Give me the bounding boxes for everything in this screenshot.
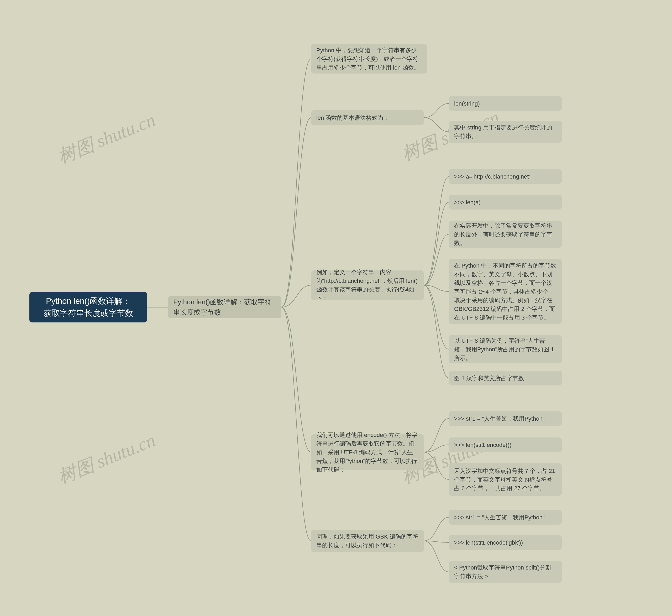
branch-2-child-2[interactable]: 在实际开发中，除了常常要获取字符串的长度外，有时还要获取字符串的字节数。 [449,220,562,248]
branch-2-text: 例如，定义一个字符串，内容为"http://c.biancheng.net"，然… [316,268,419,302]
branch-2-child-3[interactable]: 在 Python 中，不同的字符所占的字节数不同，数字、英文字母、小数点、下划线… [449,259,562,324]
branch-3-child-0[interactable]: >>> str1 = "人生苦短，我用Python" [449,411,562,426]
branch-2-child-4[interactable]: 以 UTF-8 编码为例，字符串"人生苦短，我用Python"所占用的字节数如图… [449,335,562,364]
branch-4-child-2-text: < Python截取字符串Python split()分割字符串方法 > [454,563,557,581]
branch-1-text: len 函数的基本语法格式为： [316,113,389,122]
branch-3-child-1[interactable]: >>> len(str1.encode()) [449,438,562,452]
branch-1-child-1-text: 其中 string 用于指定要进行长度统计的字符串。 [454,123,557,140]
level1-text: Python len()函数详解：获取字符串长度或字节数 [173,297,276,318]
branch-0[interactable]: Python 中，要想知道一个字符串有多少个字符(获得字符串长度)，或者一个字符… [311,44,427,73]
branch-2-child-5-text: 图 1 汉字和英文所占字节数 [454,374,524,383]
branch-2-child-5[interactable]: 图 1 汉字和英文所占字节数 [449,371,562,386]
branch-3[interactable]: 我们可以通过使用 encode() 方法，将字符串进行编码后再获取它的字节数。例… [311,434,424,470]
branch-4-child-1[interactable]: >>> len(str1.encode('gbk')) [449,535,562,550]
branch-4-child-1-text: >>> len(str1.encode('gbk')) [454,538,523,547]
watermark: 树图 shutu.cn [54,428,159,490]
branch-4-text: 同理，如果要获取采用 GBK 编码的字符串的长度，可以执行如下代码： [316,532,419,550]
branch-2[interactable]: 例如，定义一个字符串，内容为"http://c.biancheng.net"，然… [311,270,424,300]
branch-2-child-2-text: 在实际开发中，除了常常要获取字符串的长度外，有时还要获取字符串的字节数。 [454,221,557,247]
watermark: 树图 shutu.cn [54,108,159,169]
branch-4[interactable]: 同理，如果要获取采用 GBK 编码的字符串的长度，可以执行如下代码： [311,530,424,552]
branch-2-child-1-text: >>> len(a) [454,198,481,207]
branch-2-child-4-text: 以 UTF-8 编码为例，字符串"人生苦短，我用Python"所占用的字节数如图… [454,337,557,362]
branch-3-text: 我们可以通过使用 encode() 方法，将字符串进行编码后再获取它的字节数。例… [316,431,419,474]
branch-3-child-2[interactable]: 因为汉字加中文标点符号共 7 个，占 21 个字节，而英文字母和英文的标点符号占… [449,463,562,496]
branch-4-child-0-text: >>> str1 = "人生苦短，我用Python" [454,513,545,522]
branch-3-child-0-text: >>> str1 = "人生苦短，我用Python" [454,414,545,423]
root-line2: 获取字符串长度或字节数 [44,307,133,320]
root-line1: Python len()函数详解： [46,295,130,307]
branch-2-child-1[interactable]: >>> len(a) [449,195,562,209]
branch-1-child-1[interactable]: 其中 string 用于指定要进行长度统计的字符串。 [449,121,562,143]
branch-3-child-1-text: >>> len(str1.encode()) [454,441,511,449]
root-node[interactable]: Python len()函数详解： 获取字符串长度或字节数 [29,292,147,323]
branch-1-child-0[interactable]: len(string) [449,96,562,111]
mindmap-canvas: 树图 shutu.cn 树图 shutu.cn 树图 shutu.cn 树图 s… [0,0,672,616]
branch-0-text: Python 中，要想知道一个字符串有多少个字符(获得字符串长度)，或者一个字符… [316,46,422,72]
level1-node[interactable]: Python len()函数详解：获取字符串长度或字节数 [168,296,281,318]
branch-2-child-0-text: >>> a='http://c.biancheng.net' [454,172,530,181]
branch-4-child-0[interactable]: >>> str1 = "人生苦短，我用Python" [449,510,562,525]
branch-3-child-2-text: 因为汉字加中文标点符号共 7 个，占 21 个字节，而英文字母和英文的标点符号占… [454,467,557,493]
branch-4-child-2[interactable]: < Python截取字符串Python split()分割字符串方法 > [449,561,562,583]
branch-1[interactable]: len 函数的基本语法格式为： [311,110,424,125]
branch-2-child-3-text: 在 Python 中，不同的字符所占的字节数不同，数字、英文字母、小数点、下划线… [454,261,557,322]
branch-1-child-0-text: len(string) [454,99,480,108]
branch-2-child-0[interactable]: >>> a='http://c.biancheng.net' [449,169,562,184]
